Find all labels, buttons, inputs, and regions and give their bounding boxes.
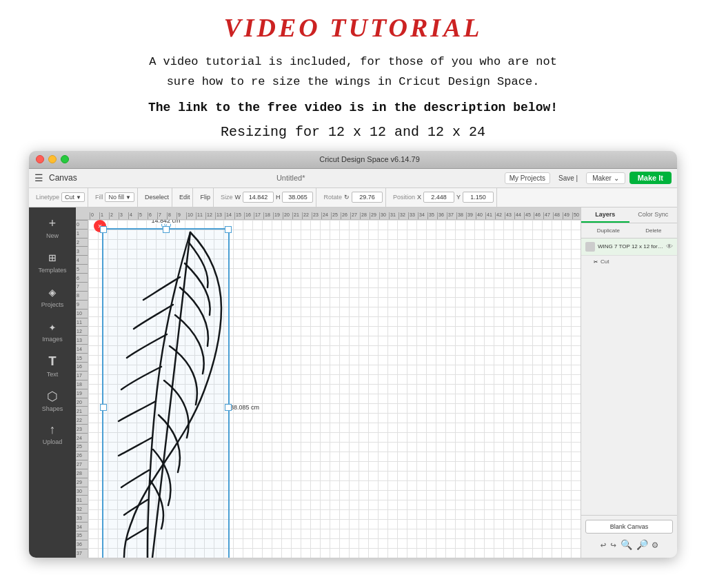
ruler-mark-v: 18 xyxy=(76,380,88,389)
handle-top-middle[interactable] xyxy=(163,226,170,233)
ruler-mark: 5 xyxy=(138,212,148,219)
zoom-out-icon[interactable]: 🔎 xyxy=(636,539,648,551)
maker-button[interactable]: Maker ⌄ xyxy=(586,172,625,184)
ruler-mark: 29 xyxy=(370,212,379,219)
undo-icon[interactable]: ↩ xyxy=(601,539,606,551)
ruler-mark: 25 xyxy=(331,212,341,219)
ruler-mark: 49 xyxy=(563,212,572,219)
layer-sub-label: Cut xyxy=(601,258,609,265)
hamburger-icon[interactable]: ☰ xyxy=(34,172,43,184)
resize-text: Resizing for 12 x 12 and 12 x 24 xyxy=(221,124,485,140)
handle-top-right[interactable] xyxy=(225,226,232,233)
ruler-mark-v: 28 xyxy=(76,469,88,478)
sidebar-item-images[interactable]: ✦ Images xyxy=(32,315,73,347)
duplicate-button[interactable]: Duplicate xyxy=(596,226,621,235)
ruler-mark-v: 36 xyxy=(76,540,88,549)
ruler-mark-v: 24 xyxy=(76,433,88,442)
tab-color-sync[interactable]: Color Sync xyxy=(629,207,678,223)
x-input[interactable] xyxy=(423,192,454,203)
ruler-mark-v: 2 xyxy=(76,238,88,247)
ruler-mark-v: 4 xyxy=(76,255,88,264)
upload-icon: ↑ xyxy=(49,423,57,437)
text-icon: T xyxy=(48,354,57,369)
window-controls xyxy=(36,155,69,163)
settings-icon[interactable]: ⚙ xyxy=(652,539,658,551)
ruler-mark-v: 16 xyxy=(76,362,88,371)
linetype-dropdown-icon[interactable]: ▼ xyxy=(76,194,81,201)
flip-group: Flip xyxy=(197,188,214,207)
ruler-mark-v: 31 xyxy=(76,495,88,504)
layer-item[interactable]: WING 7 TOP 12 x 12 for cri... 👁 xyxy=(581,239,677,256)
fill-dropdown-icon[interactable]: ▼ xyxy=(125,194,131,201)
selection-box[interactable]: ✕ ↻ 14.842 cm 38.085 cm xyxy=(102,228,230,558)
my-projects-button[interactable]: My Projects xyxy=(505,172,550,184)
ruler-mark: 6 xyxy=(148,212,157,219)
fill-value[interactable]: No fill xyxy=(108,194,124,201)
canvas-with-ruler: 0 1 2 3 4 5 6 7 8 9 10 11 12 13 xyxy=(76,220,581,558)
sidebar-item-new[interactable]: + New xyxy=(32,213,73,243)
sidebar-item-upload[interactable]: ↑ Upload xyxy=(32,419,73,449)
blank-canvas-button[interactable]: Blank Canvas xyxy=(585,520,673,534)
subtitle-line1: A video tutorial is included, for those … xyxy=(149,55,557,68)
ruler-mark: 12 xyxy=(205,212,215,219)
panel-tabs: Layers Color Sync xyxy=(581,207,677,223)
ruler-mark-v: 29 xyxy=(76,478,88,487)
layer-eye-icon[interactable]: 👁 xyxy=(666,243,673,251)
ruler-mark: 18 xyxy=(263,212,273,219)
ruler-mark-v: 5 xyxy=(76,264,88,273)
maximize-button[interactable] xyxy=(61,155,69,163)
ruler-mark-v: 35 xyxy=(76,531,88,540)
page-container: VIDEO TUTORIAL A video tutorial is inclu… xyxy=(0,0,706,588)
width-input[interactable] xyxy=(243,192,274,203)
panel-actions: Duplicate Delete xyxy=(581,223,677,239)
ruler-mark: 30 xyxy=(379,212,389,219)
ruler-mark: 26 xyxy=(341,212,350,219)
rotate-input[interactable] xyxy=(352,192,383,203)
linetype-value[interactable]: Cut xyxy=(65,194,74,201)
images-icon: ✦ xyxy=(49,319,57,334)
grid-canvas[interactable]: ✕ ↻ 14.842 cm 38.085 cm xyxy=(88,220,581,558)
close-button[interactable] xyxy=(36,155,44,163)
ruler-mark-v: 22 xyxy=(76,415,88,424)
handle-middle-left[interactable] xyxy=(100,404,107,411)
edit-group: Edit xyxy=(176,188,194,207)
flip-button[interactable]: Flip xyxy=(200,194,210,201)
make-it-button[interactable]: Make It xyxy=(629,172,672,184)
redo-icon[interactable]: ↪ xyxy=(610,539,616,551)
height-input[interactable] xyxy=(282,192,313,203)
delete-button[interactable]: Delete xyxy=(644,226,663,235)
left-sidebar: + New ⊞ Templates ◈ Projects ✦ Images T xyxy=(29,207,76,558)
y-input[interactable] xyxy=(463,192,494,203)
window-title: Untitled* xyxy=(276,174,305,182)
sidebar-item-templates[interactable]: ⊞ Templates xyxy=(32,246,73,278)
sidebar-item-shapes[interactable]: ⬡ Shapes xyxy=(32,385,73,416)
deselect-button[interactable]: Deselect xyxy=(145,194,169,201)
ruler-mark: 10 xyxy=(186,212,196,219)
ruler-mark-v: 0 xyxy=(76,220,88,229)
page-title: VIDEO TUTORIAL xyxy=(223,12,482,43)
tab-layers[interactable]: Layers xyxy=(581,207,629,223)
fill-label: Fill xyxy=(95,194,103,201)
handle-top-left[interactable] xyxy=(100,226,107,233)
ruler-mark: 37 xyxy=(447,212,456,219)
ruler-mark-v: 13 xyxy=(76,335,88,344)
ruler-mark: 36 xyxy=(437,212,447,219)
edit-button[interactable]: Edit xyxy=(179,194,190,201)
sidebar-item-text[interactable]: T Text xyxy=(32,349,73,382)
ruler-mark-v: 21 xyxy=(76,406,88,415)
layer-icon xyxy=(585,242,595,252)
ruler-mark-v: 19 xyxy=(76,389,88,398)
menu-right: My Projects Save | Maker ⌄ Make It xyxy=(505,172,672,184)
ruler-mark: 22 xyxy=(302,212,312,219)
save-button[interactable]: Save | xyxy=(554,173,582,183)
sidebar-item-projects[interactable]: ◈ Projects xyxy=(32,281,73,312)
handle-middle-right[interactable] xyxy=(225,404,232,411)
ruler-mark: 24 xyxy=(321,212,331,219)
ruler-mark: 8 xyxy=(167,212,176,219)
minimize-button[interactable] xyxy=(48,155,57,163)
zoom-in-icon[interactable]: 🔍 xyxy=(621,539,632,551)
ruler-mark-v: 11 xyxy=(76,318,88,327)
ruler-mark-v: 8 xyxy=(76,291,88,300)
ruler-mark-v: 10 xyxy=(76,309,88,318)
ruler-mark: 31 xyxy=(389,212,399,219)
